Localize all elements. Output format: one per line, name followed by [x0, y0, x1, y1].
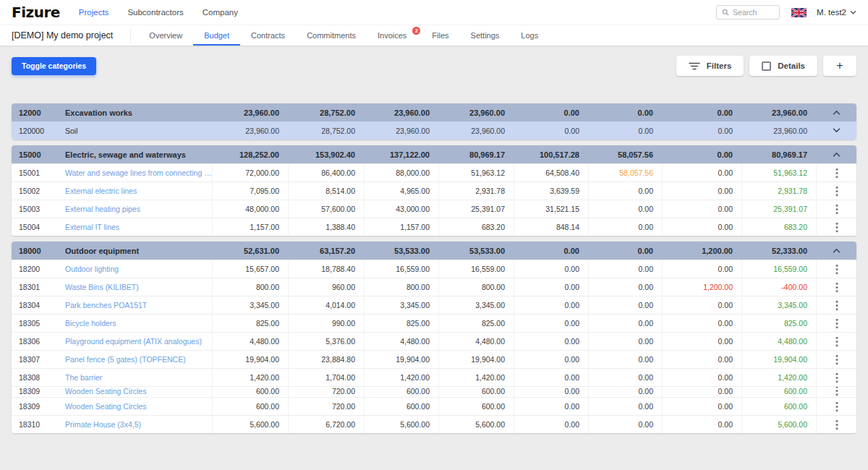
tab-logs[interactable]: Logs — [510, 25, 549, 46]
nav-subcontractors[interactable]: Subcontractors — [127, 8, 183, 17]
budget-row-18309-partial: 18309Wooden Seating Circles600.00720.006… — [12, 386, 856, 397]
kebab-menu-icon[interactable] — [831, 281, 843, 294]
budget-line-link[interactable]: Outdoor lighting — [65, 265, 212, 273]
value-cell: 64,508.40 — [514, 164, 588, 181]
budget-line-link[interactable]: Wooden Seating Circles — [65, 402, 212, 411]
main-nav: Projects Subcontractors Company — [79, 8, 257, 17]
value-cell: 0.00 — [662, 369, 741, 386]
value-cell: 0.00 — [662, 218, 741, 236]
nav-projects[interactable]: Projects — [79, 8, 109, 17]
value-cell: 600.00 — [212, 386, 288, 397]
value-cell: 0.00 — [662, 398, 741, 415]
divider — [130, 29, 131, 42]
kebab-menu-icon[interactable] — [831, 184, 843, 198]
tab-budget[interactable]: Budget — [193, 25, 240, 46]
value-cell: 1,200.00 — [662, 278, 741, 296]
value-cell: 4,480.00 — [212, 333, 288, 350]
row-code: 18304 — [12, 301, 65, 309]
value-cell: 2,931.78 — [438, 182, 514, 200]
row-actions — [816, 103, 856, 121]
value-cell: 600.00 — [438, 398, 514, 415]
value-cell: 600.00 — [212, 398, 288, 415]
tab-files[interactable]: Files — [421, 25, 459, 46]
language-flag-icon[interactable] — [791, 8, 807, 17]
chevron-up-icon[interactable] — [828, 108, 845, 116]
app-logo[interactable]: Fizure — [12, 4, 60, 21]
add-button[interactable]: + — [823, 56, 856, 76]
budget-line-link[interactable]: Bicycle holders — [65, 319, 212, 328]
value-cell: 88,000.00 — [364, 164, 438, 181]
value-cell: 0.00 — [588, 242, 662, 260]
budget-line-link[interactable]: External electric lines — [65, 187, 212, 195]
budget-line-link[interactable]: Playground equipment (ATIX analogues) — [65, 337, 212, 346]
value-cell: 0.00 — [588, 369, 662, 386]
toggle-categories-button[interactable]: Toggle categories — [12, 57, 96, 75]
budget-row-12000[interactable]: 12000Excavation works23,960.0028,752.002… — [12, 103, 856, 121]
value-cell: 4,480.00 — [364, 333, 438, 350]
budget-row-120000[interactable]: 120000Soil23,960.0028,752.0023,960.0023,… — [12, 121, 856, 140]
value-cell: 8,514.00 — [288, 182, 364, 200]
kebab-menu-icon[interactable] — [831, 202, 843, 216]
value-cell: 5,600.00 — [741, 416, 816, 433]
budget-group: 15000Electric, sewage and waterways128,2… — [12, 145, 856, 236]
value-cell: 52,333.00 — [741, 242, 816, 260]
chevron-up-icon[interactable] — [828, 150, 845, 158]
kebab-menu-icon[interactable] — [831, 317, 843, 330]
kebab-menu-icon[interactable] — [831, 371, 843, 385]
value-cell: 7,095.00 — [212, 182, 288, 200]
nav-company[interactable]: Company — [203, 8, 238, 17]
kebab-menu-icon[interactable] — [831, 221, 843, 234]
budget-row-18000[interactable]: 18000Outdoor equipment52,631.0063,157.20… — [12, 242, 856, 260]
tab-settings[interactable]: Settings — [460, 25, 511, 46]
kebab-menu-icon[interactable] — [831, 335, 843, 349]
value-cell: 0.00 — [588, 260, 662, 278]
budget-line-link[interactable]: Waste Bins (KILIBET) — [65, 283, 212, 291]
filters-label: Filters — [707, 61, 732, 70]
search-box[interactable] — [716, 5, 780, 20]
filters-button[interactable]: Filters — [676, 56, 744, 76]
row-actions — [816, 398, 856, 415]
chevron-up-icon[interactable] — [828, 247, 845, 255]
value-cell: 5,376.00 — [288, 333, 364, 350]
budget-line-link[interactable]: External heating pipes — [65, 205, 212, 213]
row-code: 18309 — [12, 387, 65, 396]
category-name: Outdoor equipment — [65, 247, 212, 255]
tab-invoices[interactable]: Invoices 2 — [367, 25, 421, 46]
chevron-down-icon[interactable] — [828, 127, 845, 134]
details-button[interactable]: Details — [749, 56, 817, 76]
kebab-menu-icon[interactable] — [831, 299, 843, 312]
value-cell: 3,345.00 — [364, 296, 438, 314]
kebab-menu-icon[interactable] — [831, 262, 843, 276]
value-cell: 0.00 — [662, 351, 741, 368]
tab-contracts[interactable]: Contracts — [240, 25, 296, 46]
budget-line-link[interactable]: Primate House (3x4,5) — [65, 420, 212, 429]
value-cell: 63,157.20 — [288, 242, 364, 260]
tab-commitments[interactable]: Commitments — [296, 25, 367, 46]
budget-line-link[interactable]: Wooden Seating Circles — [65, 387, 212, 396]
budget-line-link[interactable]: Water and sewage lines from connecting p… — [65, 168, 212, 177]
kebab-menu-icon[interactable] — [831, 386, 843, 397]
budget-line-link[interactable]: Panel fence (5 gates) (TOPFENCE) — [65, 355, 212, 364]
kebab-menu-icon[interactable] — [831, 418, 843, 432]
value-cell: 1,420.00 — [438, 369, 514, 386]
user-menu[interactable]: M. test2 — [817, 8, 856, 17]
row-actions — [816, 121, 856, 140]
kebab-menu-icon[interactable] — [831, 400, 843, 414]
row-actions — [816, 145, 856, 163]
value-cell: 15,657.00 — [212, 260, 288, 278]
value-cell: 86,400.00 — [288, 164, 364, 181]
budget-line-link[interactable]: The barrier — [65, 373, 212, 382]
value-cell: 0.00 — [514, 369, 588, 386]
plus-icon: + — [836, 59, 843, 72]
budget-row-15000[interactable]: 15000Electric, sewage and waterways128,2… — [12, 145, 856, 163]
row-code: 18000 — [12, 247, 65, 255]
value-cell: 600.00 — [741, 398, 816, 415]
budget-line-link[interactable]: External IT lines — [65, 223, 212, 231]
search-input[interactable] — [733, 8, 774, 17]
value-cell: 0.00 — [588, 103, 662, 121]
kebab-menu-icon[interactable] — [831, 353, 843, 367]
budget-row-18305: 18305Bicycle holders825.00990.00825.0082… — [12, 314, 856, 332]
tab-overview[interactable]: Overview — [138, 25, 193, 46]
kebab-menu-icon[interactable] — [831, 166, 843, 180]
budget-line-link[interactable]: Park benches POA151T — [65, 301, 212, 309]
